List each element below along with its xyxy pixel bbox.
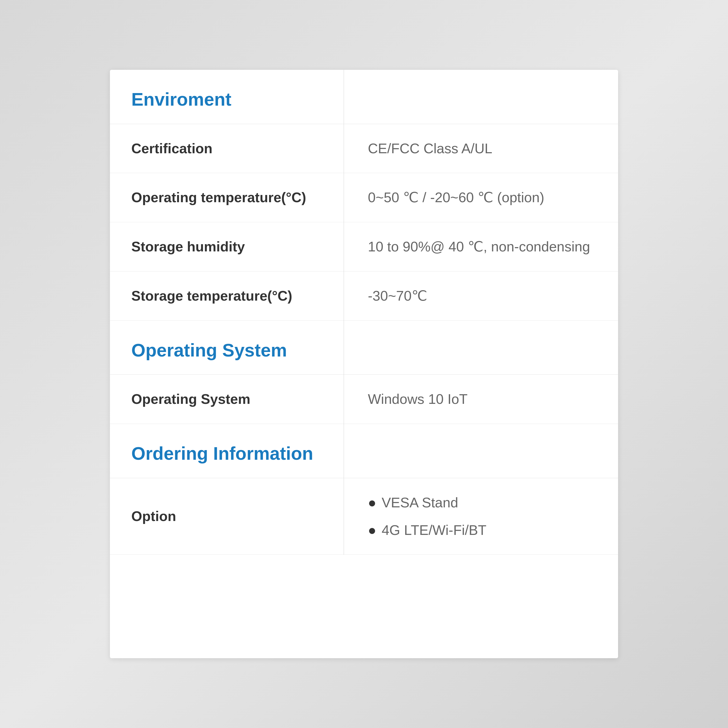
environment-title: Enviroment	[131, 89, 231, 109]
option-label: Option	[110, 478, 344, 555]
bullet-icon: ●	[368, 493, 376, 512]
certification-label: Certification	[110, 124, 344, 173]
option-item-1: VESA Stand	[382, 493, 458, 512]
list-item: ● VESA Stand	[368, 493, 597, 512]
os-header-row: Operating System	[110, 320, 618, 375]
certification-value: CE/FCC Class A/UL	[344, 124, 618, 173]
ordering-title: Ordering Information	[131, 443, 313, 463]
storage-humidity-label: Storage humidity	[110, 222, 344, 271]
os-value: Windows 10 IoT	[344, 375, 618, 424]
ordering-header-row: Ordering Information	[110, 424, 618, 478]
os-row: Operating System Windows 10 IoT	[110, 375, 618, 424]
storage-temp-value: -30~70℃	[344, 271, 618, 320]
environment-header-row: Enviroment	[110, 70, 618, 124]
spec-table: Enviroment Certification CE/FCC Class A/…	[110, 70, 618, 555]
storage-temp-label: Storage temperature(°C)	[110, 271, 344, 320]
operating-temp-row: Operating temperature(°C) 0~50 ℃ / -20~6…	[110, 173, 618, 222]
operating-temp-value: 0~50 ℃ / -20~60 ℃ (option)	[344, 173, 618, 222]
storage-temp-row: Storage temperature(°C) -30~70℃	[110, 271, 618, 320]
os-title: Operating System	[131, 340, 287, 360]
list-item: ● 4G LTE/Wi-Fi/BT	[368, 520, 597, 540]
storage-humidity-value: 10 to 90%@ 40 ℃, non-condensing	[344, 222, 618, 271]
option-value: ● VESA Stand ● 4G LTE/Wi-Fi/BT	[344, 478, 618, 555]
spec-card: Enviroment Certification CE/FCC Class A/…	[110, 70, 618, 658]
os-label: Operating System	[110, 375, 344, 424]
certification-row: Certification CE/FCC Class A/UL	[110, 124, 618, 173]
option-item-2: 4G LTE/Wi-Fi/BT	[382, 520, 486, 540]
option-row: Option ● VESA Stand ● 4G LTE/Wi-Fi/BT	[110, 478, 618, 555]
bullet-icon: ●	[368, 520, 376, 540]
option-list: ● VESA Stand ● 4G LTE/Wi-Fi/BT	[368, 493, 597, 540]
storage-humidity-row: Storage humidity 10 to 90%@ 40 ℃, non-co…	[110, 222, 618, 271]
operating-temp-label: Operating temperature(°C)	[110, 173, 344, 222]
